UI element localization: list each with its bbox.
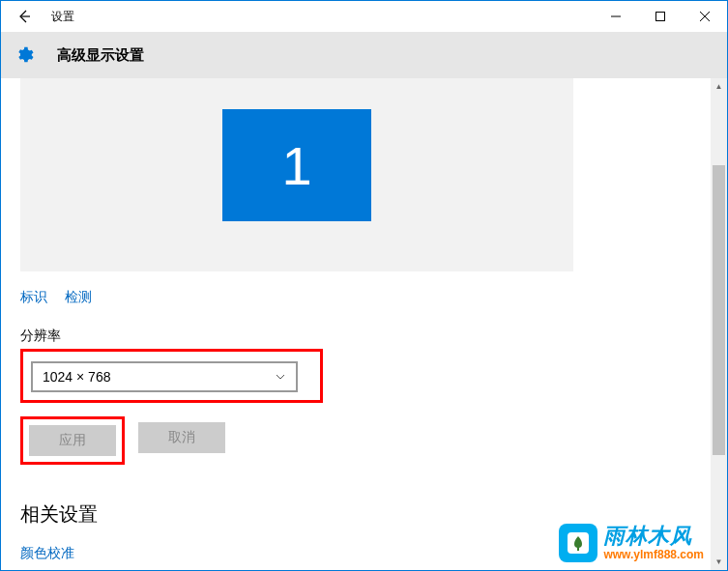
window-controls xyxy=(594,1,727,32)
scroll-thumb[interactable] xyxy=(713,165,725,455)
app-title: 设置 xyxy=(51,9,74,25)
button-row: 应用 取消 xyxy=(20,416,708,465)
scroll-up-icon[interactable]: ▲ xyxy=(711,78,727,95)
minimize-button[interactable] xyxy=(594,1,638,32)
chevron-down-icon xyxy=(275,371,286,383)
close-button[interactable] xyxy=(683,1,727,32)
apply-button[interactable]: 应用 xyxy=(29,425,116,456)
resolution-value: 1024 × 768 xyxy=(43,369,110,385)
related-settings-title: 相关设置 xyxy=(20,501,708,528)
display-links: 标识 检测 xyxy=(20,289,708,306)
maximize-icon xyxy=(655,12,665,21)
back-arrow-icon xyxy=(16,9,32,24)
monitor-tile[interactable]: 1 xyxy=(222,109,371,221)
scroll-down-icon[interactable]: ▼ xyxy=(711,554,727,570)
display-preview: 1 xyxy=(20,78,573,271)
svg-rect-2 xyxy=(656,13,665,21)
highlight-resolution: 1024 × 768 xyxy=(20,349,323,403)
close-icon xyxy=(700,12,710,21)
page-title: 高级显示设置 xyxy=(57,46,144,65)
titlebar: 设置 xyxy=(1,1,727,32)
scrollbar[interactable]: ▲ ▼ xyxy=(711,78,727,570)
minimize-icon xyxy=(611,12,621,21)
resolution-dropdown[interactable]: 1024 × 768 xyxy=(31,361,298,392)
content-area: 1 标识 检测 分辨率 1024 × 768 应用 取消 相关设置 颜色校准 ▲ xyxy=(1,78,727,570)
identify-link[interactable]: 标识 xyxy=(20,289,47,306)
highlight-apply: 应用 xyxy=(20,416,125,465)
back-button[interactable] xyxy=(9,1,40,32)
detect-link[interactable]: 检测 xyxy=(65,289,92,306)
color-calibration-link[interactable]: 颜色校准 xyxy=(20,545,74,562)
resolution-label: 分辨率 xyxy=(20,328,708,345)
gear-icon xyxy=(15,45,34,65)
page-header: 高级显示设置 xyxy=(1,32,727,78)
cancel-button[interactable]: 取消 xyxy=(138,422,225,453)
maximize-button[interactable] xyxy=(638,1,683,32)
monitor-number: 1 xyxy=(281,134,311,197)
